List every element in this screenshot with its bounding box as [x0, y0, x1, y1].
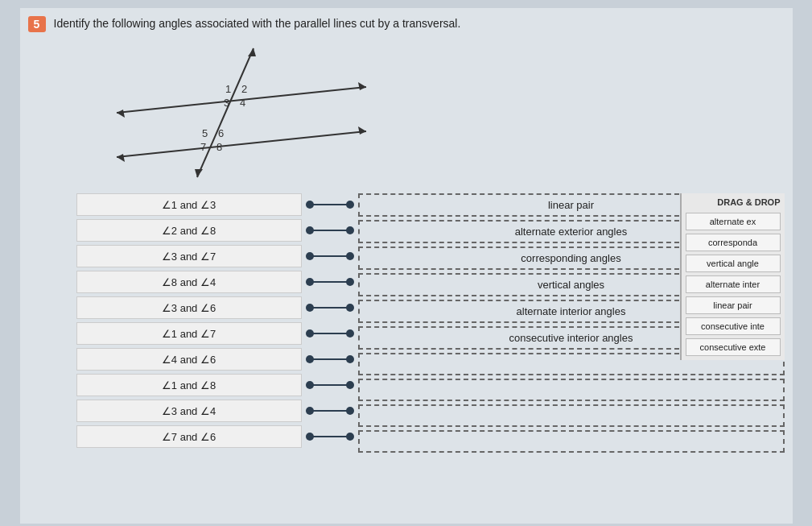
svg-marker-5	[117, 154, 125, 162]
left-item-6[interactable]: ∠4 and ∠6	[76, 348, 302, 371]
svg-text:3: 3	[224, 97, 229, 109]
left-item-8[interactable]: ∠3 and ∠4	[76, 400, 302, 422]
svg-line-6	[197, 48, 253, 177]
question-number: 5	[28, 16, 46, 32]
svg-text:8: 8	[216, 141, 222, 153]
svg-marker-8	[195, 169, 203, 177]
svg-text:7: 7	[200, 141, 206, 153]
connector-5	[302, 322, 358, 345]
drag-drop-panel: DRAG & DROP alternate ex corresponda ver…	[680, 193, 785, 360]
drag-item-3[interactable]: alternate inter	[686, 275, 781, 293]
svg-text:5: 5	[202, 127, 208, 139]
left-item-5[interactable]: ∠1 and ∠7	[76, 322, 302, 345]
drag-item-1[interactable]: corresponda	[686, 234, 781, 251]
drag-item-6[interactable]: consecutive exte	[686, 338, 781, 356]
left-item-2[interactable]: ∠3 and ∠7	[76, 245, 302, 267]
svg-line-3	[117, 131, 366, 157]
left-item-0[interactable]: ∠1 and ∠3	[76, 193, 302, 216]
drag-item-2[interactable]: vertical angle	[686, 255, 781, 272]
connector-3	[302, 271, 358, 293]
svg-marker-1	[358, 82, 366, 90]
connector-1	[302, 219, 358, 242]
left-item-3[interactable]: ∠8 and ∠4	[76, 271, 302, 293]
svg-marker-2	[117, 110, 125, 118]
main-container: 5 Identify the following angles associat…	[20, 8, 793, 524]
right-item-9[interactable]	[358, 430, 785, 453]
connectors-column	[302, 193, 358, 453]
right-item-8[interactable]	[358, 404, 785, 427]
svg-text:4: 4	[240, 97, 245, 109]
connector-8	[302, 400, 358, 422]
connector-9	[302, 425, 358, 448]
diagram-area: 1 2 3 4 5 6 7 8	[93, 40, 398, 185]
svg-text:6: 6	[218, 127, 224, 139]
left-item-4[interactable]: ∠3 and ∠6	[76, 296, 302, 319]
svg-text:2: 2	[241, 83, 247, 95]
drag-item-4[interactable]: linear pair	[686, 296, 781, 314]
connector-4	[302, 296, 358, 319]
right-item-7[interactable]	[358, 379, 785, 401]
svg-marker-7	[248, 48, 256, 56]
left-item-1[interactable]: ∠2 and ∠8	[76, 219, 302, 242]
connector-2	[302, 245, 358, 267]
drag-item-5[interactable]: consecutive inte	[686, 317, 781, 335]
parallel-lines-diagram: 1 2 3 4 5 6 7 8	[93, 40, 398, 185]
connector-7	[302, 374, 358, 396]
question-text: Identify the following angles associated…	[54, 16, 461, 32]
svg-marker-4	[358, 126, 366, 135]
left-column: ∠1 and ∠3 ∠2 and ∠8 ∠3 and ∠7 ∠8 and ∠4 …	[76, 193, 302, 453]
matching-section: ∠1 and ∠3 ∠2 and ∠8 ∠3 and ∠7 ∠8 and ∠4 …	[28, 193, 785, 453]
left-item-9[interactable]: ∠7 and ∠6	[76, 425, 302, 448]
svg-text:1: 1	[225, 83, 231, 95]
connector-6	[302, 348, 358, 371]
connector-0	[302, 193, 358, 216]
left-item-7[interactable]: ∠1 and ∠8	[76, 374, 302, 396]
question-header: 5 Identify the following angles associat…	[28, 16, 785, 32]
drag-drop-label: DRAG & DROP	[686, 197, 781, 207]
drag-item-0[interactable]: alternate ex	[686, 213, 781, 230]
